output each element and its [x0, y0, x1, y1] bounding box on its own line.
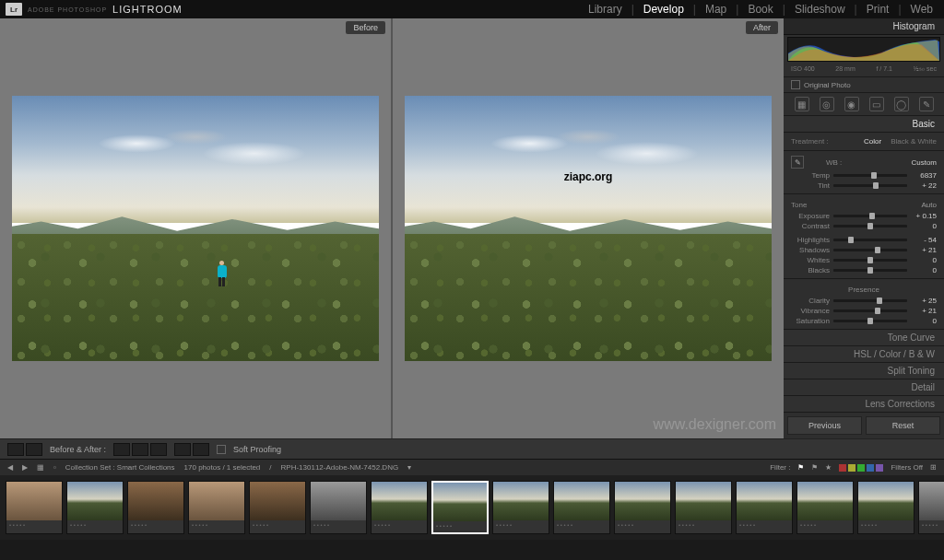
thumbnail[interactable]: • • • • •	[492, 481, 549, 534]
grid-icon[interactable]: ▦	[37, 463, 44, 472]
auto-tone-button[interactable]: Auto	[922, 201, 937, 209]
compare-view-icon[interactable]	[26, 443, 42, 456]
loupe-view-icon[interactable]	[7, 443, 24, 456]
histogram-meta: ISO 400 28 mm f / 7.1 ¹⁄₂₅₀ sec	[784, 64, 944, 76]
filter-lock-icon[interactable]: ⊞	[930, 463, 937, 472]
module-book[interactable]: Book	[742, 3, 778, 16]
presence-label: Presence	[848, 286, 879, 294]
thumbnail[interactable]: • • • • •	[310, 481, 367, 534]
ba-lr-icon[interactable]	[113, 443, 130, 456]
module-map[interactable]: Map	[700, 3, 732, 16]
thumbnail[interactable]: • • • • •	[675, 481, 732, 534]
contrast-value: 0	[911, 222, 937, 230]
slider-shadows[interactable]: Shadows+ 21	[791, 245, 937, 255]
redeye-tool-icon[interactable]: ◉	[844, 97, 859, 111]
thumbnail[interactable]: • • • • •	[796, 481, 854, 534]
slider-contrast[interactable]: Contrast0	[791, 221, 937, 231]
eyedropper-icon[interactable]: ✎	[791, 156, 804, 169]
color-label-yellow[interactable]	[848, 464, 856, 472]
watermark-text: ziapc.org	[564, 170, 613, 183]
thumbnail-selected[interactable]: • • • • •	[431, 481, 489, 534]
treatment-color[interactable]: Color	[864, 137, 881, 146]
blacks-label: Blacks	[791, 266, 830, 274]
spot-tool-icon[interactable]: ◎	[820, 97, 834, 111]
module-web[interactable]: Web	[905, 3, 938, 16]
slider-vibrance[interactable]: Vibrance+ 21	[791, 306, 937, 316]
tone-curve-header[interactable]: Tone Curve	[784, 330, 944, 346]
before-photo	[12, 96, 380, 360]
basic-section-header[interactable]: Basic	[784, 116, 944, 133]
color-label-red[interactable]	[839, 464, 846, 472]
before-pane[interactable]: Before	[0, 18, 391, 438]
thumbnail[interactable]: • • • • •	[66, 481, 124, 534]
nav-back-icon[interactable]: ◀	[7, 463, 13, 472]
split-toning-header[interactable]: Split Toning	[784, 363, 944, 379]
histogram[interactable]	[787, 37, 940, 62]
filmstrip[interactable]: • • • • • • • • • • • • • • • • • • • • …	[0, 475, 944, 540]
before-after-label: Before & After :	[50, 445, 106, 454]
original-photo-checkbox[interactable]	[791, 80, 800, 89]
module-library[interactable]: Library	[583, 3, 628, 16]
module-switcher: Library| Develop| Map| Book| Slideshow| …	[583, 3, 938, 16]
thumbnail[interactable]: • • • • •	[6, 481, 63, 534]
thumbnail[interactable]: • • • • •	[614, 481, 671, 534]
shadows-label: Shadows	[791, 246, 830, 254]
app-logo: Lr	[6, 3, 22, 16]
thumbnail[interactable]: • • • • •	[249, 481, 306, 534]
photo-count: 170 photos / 1 selected	[184, 463, 261, 472]
crop-tool-icon[interactable]: ▦	[795, 97, 809, 111]
previous-button[interactable]: Previous	[787, 416, 862, 435]
thumbnail[interactable]: • • • • •	[857, 481, 914, 534]
ba-copy-icon[interactable]	[193, 443, 209, 456]
flag-reject-icon[interactable]: ⚑	[811, 463, 818, 472]
histogram-header[interactable]: Histogram	[784, 18, 944, 35]
rating-filter-icon[interactable]: ★	[825, 463, 832, 472]
lens-corrections-header[interactable]: Lens Corrections	[784, 396, 944, 413]
wb-value[interactable]: Custom	[911, 158, 937, 167]
develop-panel: Histogram ISO 400 28 mm f / 7.1 ¹⁄₂₅₀ se…	[784, 18, 944, 438]
original-photo-row[interactable]: Original Photo	[784, 76, 944, 93]
ba-swap-icon[interactable]	[174, 443, 191, 456]
slider-tint[interactable]: Tint+ 22	[791, 181, 937, 191]
after-pane[interactable]: After ziapc.org	[391, 18, 784, 438]
slider-blacks[interactable]: Blacks0	[791, 265, 937, 275]
reset-button[interactable]: Reset	[866, 416, 940, 435]
detail-header[interactable]: Detail	[784, 379, 944, 396]
thumbnail[interactable]: • • • • •	[188, 481, 245, 534]
color-label-purple[interactable]	[876, 464, 883, 472]
slider-exposure[interactable]: Exposure+ 0.15	[791, 211, 937, 221]
treatment-bw[interactable]: Black & White	[891, 137, 937, 146]
blacks-value: 0	[911, 266, 937, 274]
ba-split-icon[interactable]	[150, 443, 167, 456]
slider-temp[interactable]: Temp6837	[791, 170, 937, 181]
flag-pick-icon[interactable]: ⚑	[797, 463, 804, 472]
slider-whites[interactable]: Whites0	[791, 255, 937, 265]
thumbnail[interactable]: • • • • •	[371, 481, 428, 534]
soft-proof-checkbox[interactable]	[217, 445, 226, 454]
module-print[interactable]: Print	[861, 3, 895, 16]
hsl-header[interactable]: HSL / Color / B & W	[784, 346, 944, 363]
color-label-green[interactable]	[857, 464, 865, 472]
slider-highlights[interactable]: Highlights- 54	[791, 235, 937, 245]
slider-clarity[interactable]: Clarity+ 25	[791, 296, 937, 306]
brush-tool-icon[interactable]: ✎	[919, 97, 934, 111]
thumbnail[interactable]: • • • • •	[736, 481, 793, 534]
thumbnail[interactable]: • • • • •	[918, 481, 944, 534]
canvas-area: Before After ziapc.org www.dexigner.com	[0, 18, 784, 438]
grad-tool-icon[interactable]: ▭	[869, 97, 884, 111]
module-slideshow[interactable]: Slideshow	[789, 3, 851, 16]
filters-off[interactable]: Filters Off	[891, 463, 923, 472]
dropdown-icon[interactable]: ▾	[407, 463, 411, 472]
radial-tool-icon[interactable]: ◯	[894, 97, 909, 111]
nav-fwd-icon[interactable]: ▶	[22, 463, 28, 472]
slider-saturation[interactable]: Saturation0	[791, 316, 937, 326]
clarity-label: Clarity	[791, 297, 830, 305]
ba-tb-icon[interactable]	[132, 443, 148, 456]
color-label-blue[interactable]	[867, 464, 874, 472]
thumbnail[interactable]: • • • • •	[553, 481, 610, 534]
secondary-icon[interactable]: ▫	[53, 463, 56, 472]
thumbnail[interactable]: • • • • •	[127, 481, 184, 534]
module-develop[interactable]: Develop	[638, 3, 690, 16]
collection-label[interactable]: Collection Set : Smart Collections	[65, 463, 175, 472]
filename: RPH-130112-Adobe-NM-7452.DNG	[281, 463, 399, 472]
